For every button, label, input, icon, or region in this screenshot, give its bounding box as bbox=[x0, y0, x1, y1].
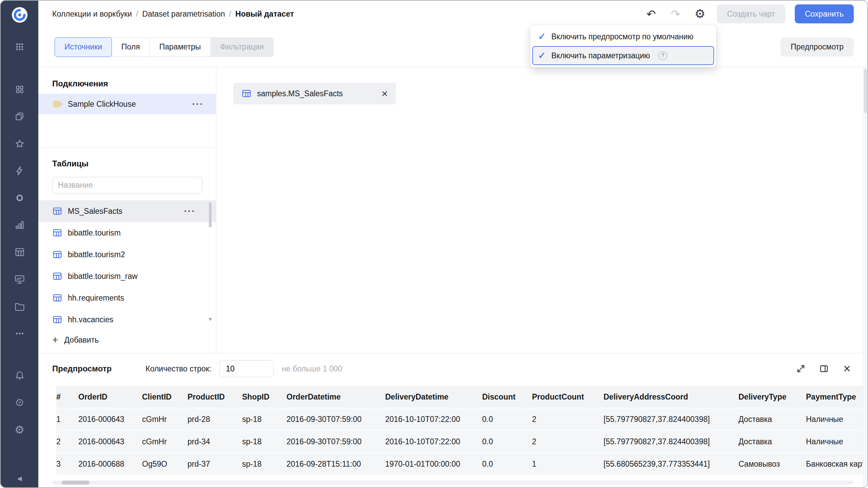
favorites-star-icon[interactable] bbox=[12, 136, 28, 152]
table-name: MS_SalesFacts bbox=[68, 207, 122, 216]
menu-item-default-preview[interactable]: ✓ Включить предпросмотр по умолчанию bbox=[532, 27, 714, 46]
collections-icon[interactable] bbox=[12, 108, 28, 125]
cell: 3 bbox=[56, 460, 78, 469]
tab-parameters[interactable]: Параметры bbox=[150, 37, 211, 57]
preview-toggle-button[interactable]: Предпросмотр bbox=[781, 38, 854, 57]
column-header: OrderID bbox=[78, 392, 142, 402]
dataset-canvas: samples.MS_SalesFacts × bbox=[216, 67, 867, 353]
create-chart-button[interactable]: Создать чарт bbox=[717, 4, 785, 23]
table-search-input[interactable] bbox=[52, 177, 202, 194]
table-item[interactable]: bibattle.tourism bbox=[38, 222, 216, 244]
settings-gear-icon-sidebar[interactable]: ⚙ bbox=[12, 422, 28, 438]
tab-sources[interactable]: Источники bbox=[55, 37, 112, 57]
connections-lightning-icon[interactable] bbox=[12, 163, 28, 179]
dataset-settings-gear-icon[interactable]: ⚙ bbox=[692, 6, 707, 21]
cell: 0.0 bbox=[482, 437, 532, 446]
notifications-bell-icon[interactable] bbox=[12, 367, 28, 384]
help-question-icon[interactable]: ? bbox=[658, 51, 667, 60]
table-icon bbox=[52, 314, 62, 325]
table-row: 1 2016-000643 cGmHr prd-28 sp-18 2016-09… bbox=[56, 408, 867, 430]
cell: 1970-01-01T00:00:00 bbox=[385, 460, 482, 469]
connection-item[interactable]: Sample ClickHouse ··· bbox=[38, 94, 216, 114]
breadcrumb-current: Новый датасет bbox=[235, 9, 294, 19]
cell: [55.797790827,37.824400398] bbox=[604, 415, 738, 424]
cell: 1 bbox=[56, 415, 78, 424]
breadcrumb-collections[interactable]: Коллекции и воркбуки bbox=[52, 9, 132, 19]
cell: Банковская карта bbox=[806, 460, 867, 469]
remove-source-icon[interactable]: × bbox=[381, 88, 388, 99]
monitoring-screen-icon[interactable] bbox=[12, 271, 28, 287]
more-ellipsis-icon[interactable] bbox=[12, 325, 28, 342]
breadcrumb-separator: / bbox=[136, 9, 138, 19]
sidebar-nav bbox=[12, 81, 28, 342]
tab-filtration[interactable]: Фильтрация bbox=[210, 37, 274, 57]
table-icon bbox=[52, 249, 62, 260]
table-item[interactable]: bibattle.tourism_raw bbox=[38, 265, 216, 287]
cell: 2016-10-10T07:22:00 bbox=[385, 437, 482, 446]
table-item[interactable]: bibattle.tourism2 bbox=[38, 244, 216, 265]
preview-table-header: # OrderID ClientID ProductID ShopID Orde… bbox=[56, 386, 867, 408]
settings-menu: ✓ Включить предпросмотр по умолчанию ✓ В… bbox=[530, 25, 716, 67]
help-circle-icon[interactable]: ? bbox=[12, 394, 28, 411]
table-name: bibattle.tourism bbox=[68, 228, 121, 238]
table-icon bbox=[52, 293, 62, 303]
cell: sp-18 bbox=[242, 460, 287, 469]
connection-menu-icon[interactable]: ··· bbox=[192, 99, 204, 109]
undo-icon[interactable]: ↶ bbox=[644, 6, 658, 21]
charts-bar-icon[interactable] bbox=[12, 217, 28, 233]
cell: 2 bbox=[532, 437, 604, 446]
table-item[interactable]: hh.vacancies bbox=[38, 309, 216, 330]
cell: 2 bbox=[56, 437, 78, 446]
close-preview-icon[interactable]: × bbox=[840, 362, 854, 375]
split-view-icon[interactable] bbox=[817, 362, 831, 375]
cell: Самовывоз bbox=[738, 460, 806, 469]
scrollbar-thumb[interactable] bbox=[62, 481, 90, 485]
table-item[interactable]: hh.requirements bbox=[38, 287, 216, 309]
vertical-scrollbar[interactable] bbox=[863, 67, 867, 487]
source-chip[interactable]: samples.MS_SalesFacts × bbox=[233, 83, 396, 104]
row-count-input[interactable] bbox=[219, 360, 274, 377]
table-name: hh.requirements bbox=[68, 293, 124, 303]
table-list-scrollbar[interactable]: ▾ bbox=[209, 200, 212, 321]
preview-title: Предпросмотр bbox=[52, 364, 112, 373]
datasets-ring-icon[interactable] bbox=[12, 190, 28, 206]
cell: sp-18 bbox=[242, 437, 287, 446]
cell: 2 bbox=[532, 415, 604, 424]
preview-header: Предпросмотр Количество строк: не больше… bbox=[38, 353, 867, 384]
chevron-down-icon[interactable]: ▾ bbox=[209, 315, 212, 323]
datalens-logo[interactable] bbox=[12, 7, 28, 23]
apps-grid-icon[interactable] bbox=[12, 39, 28, 55]
app-window: ? ⚙ ◀ Коллекции и воркбуки / Dataset par… bbox=[0, 0, 868, 488]
column-header: # bbox=[56, 392, 78, 402]
table-menu-icon[interactable]: ··· bbox=[184, 206, 196, 216]
scrollbar-thumb[interactable] bbox=[209, 202, 212, 227]
table-name: bibattle.tourism2 bbox=[68, 250, 125, 259]
cell: Наличные bbox=[806, 415, 867, 424]
scrollbar-thumb[interactable] bbox=[864, 69, 867, 113]
breadcrumb-separator: / bbox=[229, 9, 231, 19]
dashboards-grid-icon[interactable] bbox=[12, 81, 28, 98]
redo-icon[interactable]: ↷ bbox=[668, 6, 683, 21]
row-count-label: Количество строк: bbox=[145, 364, 211, 373]
breadcrumb-workbook[interactable]: Dataset parametrisation bbox=[142, 9, 225, 19]
sidebar-bottom: ? ⚙ bbox=[12, 367, 28, 438]
column-header: ClientID bbox=[142, 392, 188, 402]
cell: 2016-09-28T15:11:00 bbox=[287, 460, 385, 469]
cell: Доставка bbox=[738, 437, 806, 446]
save-button[interactable]: Сохранить bbox=[795, 4, 854, 23]
column-header: OrderDatetime bbox=[287, 392, 385, 402]
menu-item-parametrisation[interactable]: ✓ Включить параметризацию ? bbox=[532, 46, 714, 65]
cell: cGmHr bbox=[142, 415, 188, 424]
sidebar-collapse-icon[interactable]: ◀ bbox=[13, 472, 26, 485]
table-item-ms-salesfacts[interactable]: MS_SalesFacts ··· bbox=[38, 200, 216, 222]
table-icon bbox=[241, 88, 252, 99]
tables-grid-icon[interactable] bbox=[12, 244, 28, 260]
source-chip-label: samples.MS_SalesFacts bbox=[257, 89, 343, 98]
folder-icon[interactable] bbox=[12, 298, 28, 314]
horizontal-scrollbar[interactable] bbox=[52, 481, 854, 485]
preview-table: # OrderID ClientID ProductID ShopID Orde… bbox=[52, 386, 867, 475]
expand-preview-icon[interactable] bbox=[794, 362, 808, 375]
add-table-button[interactable]: + Добавить bbox=[38, 330, 216, 349]
table-name: hh.vacancies bbox=[68, 315, 113, 324]
tab-fields[interactable]: Поля bbox=[112, 37, 150, 57]
